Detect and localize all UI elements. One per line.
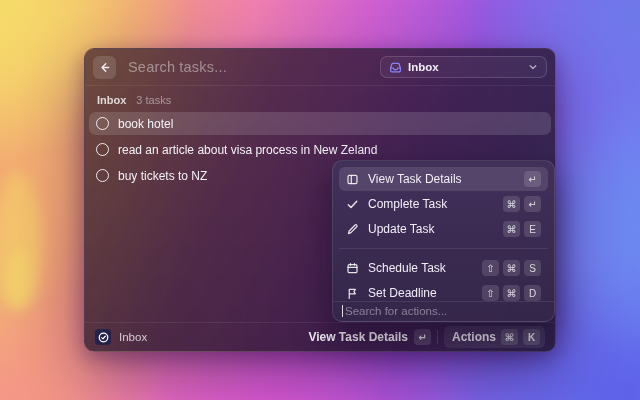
back-button[interactable] — [93, 56, 116, 79]
task-checkbox[interactable] — [96, 143, 109, 156]
list-dropdown[interactable]: Inbox — [380, 56, 547, 78]
s-key-badge: S — [524, 260, 541, 276]
statusbar-actions: View Task Details ↵ Actions ⌘ K — [308, 326, 545, 348]
text-caret — [342, 305, 343, 317]
actions-button[interactable]: Actions ⌘ K — [444, 326, 545, 348]
actions-menu-list: View Task Details ↵ Complete Task ⌘ ↵ — [339, 167, 548, 301]
task-label: read an article about visa process in Ne… — [118, 143, 377, 157]
e-key-badge: E — [524, 221, 541, 237]
task-row[interactable]: read an article about visa process in Ne… — [89, 138, 551, 161]
actions-search-input[interactable]: Search for actions... — [333, 301, 554, 321]
panel-icon — [346, 173, 359, 186]
actions-menu: View Task Details ↵ Complete Task ⌘ ↵ — [332, 160, 555, 322]
top-bar: Search tasks... Inbox — [85, 49, 555, 85]
section-count: 3 tasks — [136, 94, 171, 106]
shift-key-badge: ⇧ — [482, 260, 499, 276]
shift-key-badge: ⇧ — [482, 285, 499, 301]
return-key-badge: ↵ — [524, 171, 541, 187]
pencil-icon — [346, 223, 359, 236]
cmd-key-badge: ⌘ — [503, 285, 520, 301]
primary-action-label: View Task Details — [308, 330, 408, 344]
dropdown-label: Inbox — [408, 61, 439, 73]
cmd-key-badge: ⌘ — [503, 260, 520, 276]
menu-item-label: Complete Task — [368, 197, 447, 211]
check-icon — [346, 198, 359, 211]
search-tasks-input[interactable]: Search tasks... — [128, 59, 368, 75]
desktop-background: Search tasks... Inbox Inbox 3 tasks book… — [0, 0, 640, 400]
cmd-key-badge: ⌘ — [501, 329, 518, 345]
calendar-icon — [346, 262, 359, 275]
statusbar-source-label: Inbox — [119, 331, 147, 343]
task-app-window: Search tasks... Inbox Inbox 3 tasks book… — [84, 48, 556, 352]
k-key-badge: K — [523, 329, 540, 345]
menu-item-complete-task[interactable]: Complete Task ⌘ ↵ — [339, 192, 548, 216]
statusbar-separator — [437, 330, 438, 344]
return-key-badge: ↵ — [524, 196, 541, 212]
chevron-down-icon — [528, 62, 538, 72]
inbox-icon — [389, 61, 402, 74]
menu-item-label: Update Task — [368, 222, 435, 236]
flag-icon — [346, 287, 359, 300]
d-key-badge: D — [524, 285, 541, 301]
task-checkbox[interactable] — [96, 117, 109, 130]
actions-search-placeholder: Search for actions... — [345, 305, 447, 317]
section-title: Inbox — [97, 94, 126, 106]
cmd-key-badge: ⌘ — [503, 221, 520, 237]
task-checkbox[interactable] — [96, 169, 109, 182]
menu-item-update-task[interactable]: Update Task ⌘ E — [339, 217, 548, 241]
menu-item-view-task-details[interactable]: View Task Details ↵ — [339, 167, 548, 191]
task-label: buy tickets to NZ — [118, 169, 207, 183]
return-key-badge: ↵ — [414, 329, 431, 345]
status-bar: Inbox View Task Details ↵ Actions ⌘ K — [85, 322, 555, 351]
actions-label: Actions — [452, 330, 496, 344]
primary-action-button[interactable]: View Task Details ↵ — [308, 329, 431, 345]
menu-item-label: View Task Details — [368, 172, 462, 186]
section-header: Inbox 3 tasks — [85, 86, 555, 112]
task-row[interactable]: book hotel — [89, 112, 551, 135]
app-logo-icon — [95, 329, 111, 345]
menu-item-label: Schedule Task — [368, 261, 446, 275]
menu-item-set-deadline[interactable]: Set Deadline ⇧ ⌘ D — [339, 281, 548, 301]
cmd-key-badge: ⌘ — [503, 196, 520, 212]
task-label: book hotel — [118, 117, 173, 131]
menu-divider — [339, 248, 548, 249]
menu-item-label: Set Deadline — [368, 286, 437, 300]
arrow-left-icon — [98, 61, 111, 74]
menu-item-schedule-task[interactable]: Schedule Task ⇧ ⌘ S — [339, 256, 548, 280]
